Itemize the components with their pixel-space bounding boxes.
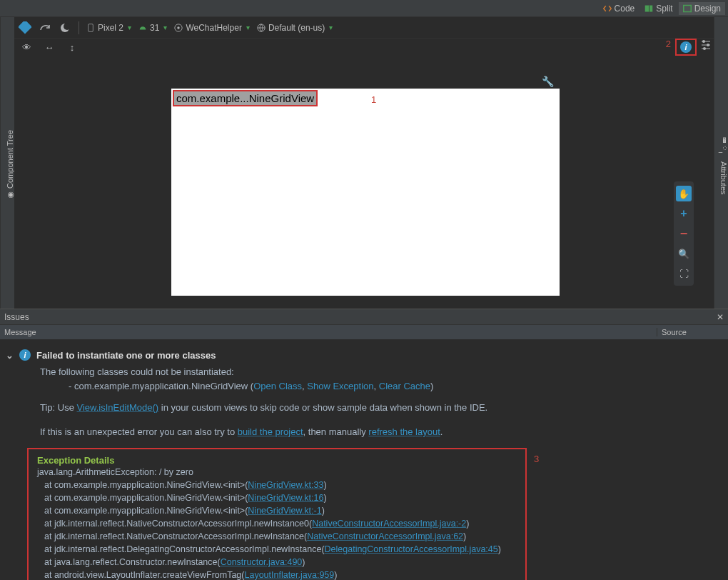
- exception-details: Exception Details java.lang.ArithmeticEx…: [27, 448, 527, 580]
- surface-icon[interactable]: [19, 21, 31, 34]
- zoom-toolbar: ✋ + − 🔍 ⛶: [674, 181, 694, 286]
- preview-component[interactable]: com.example...NineGridView: [173, 90, 318, 106]
- col-message[interactable]: Message: [0, 328, 657, 336]
- locale-selector[interactable]: Default (en-us) ▾: [257, 23, 333, 33]
- svg-point-8: [178, 26, 180, 29]
- pan-button[interactable]: ✋: [676, 186, 692, 201]
- nightmode-icon[interactable]: [59, 21, 71, 34]
- close-icon[interactable]: ✕: [717, 312, 724, 322]
- arrows-icon[interactable]: ↔: [43, 41, 56, 54]
- stack-link[interactable]: Constructor.java:490: [221, 557, 303, 567]
- exception-title: Exception Details: [37, 455, 517, 466]
- zoom-actual-button[interactable]: 🔍: [676, 246, 692, 261]
- refresh-layout-link[interactable]: refresh the layout: [368, 426, 440, 437]
- theme-label: WeChatHelper: [186, 23, 241, 33]
- chevron-down-icon: ▾: [163, 24, 167, 31]
- issue-class-prefix: - com.example.myapplication.NineGridView…: [69, 381, 253, 391]
- device-label: Pixel 2: [98, 23, 123, 33]
- zoom-out-button[interactable]: −: [676, 226, 692, 241]
- show-exception-link[interactable]: Show Exception: [307, 381, 373, 391]
- wrench-icon[interactable]: 🔧: [542, 76, 554, 87]
- preview-canvas[interactable]: 🔧: [171, 89, 560, 296]
- exception-message: java.lang.ArithmeticException: / by zero: [37, 466, 517, 479]
- orientation-icon[interactable]: [39, 21, 51, 34]
- component-tree-tab[interactable]: ◉ Component Tree: [5, 21, 14, 309]
- info-icon: i: [680, 41, 692, 53]
- issue-p1: The following classes could not be insta…: [40, 365, 722, 379]
- theme-icon: [174, 24, 183, 32]
- theme-selector[interactable]: WeChatHelper ▾: [174, 23, 249, 33]
- attributes-tab-label: Attributes: [719, 161, 728, 194]
- design-icon: [683, 4, 692, 13]
- stack-link[interactable]: LayoutInflater.java:959: [244, 570, 334, 580]
- mode-code-label: Code: [615, 4, 635, 14]
- phone-icon: [86, 24, 95, 32]
- marker-3: 3: [534, 454, 539, 464]
- close-paren: ): [430, 381, 433, 391]
- p3-pre: If this is an unexpected error you can a…: [40, 426, 238, 437]
- marker-1: 1: [371, 94, 376, 105]
- chevron-down-icon: ▾: [128, 24, 131, 31]
- mode-split[interactable]: Split: [640, 2, 677, 15]
- svg-rect-6: [89, 24, 93, 31]
- code-icon: [603, 4, 612, 13]
- period: .: [440, 426, 443, 437]
- issue-title: Failed to instantiate one or more classe…: [36, 350, 216, 361]
- android-icon: [138, 24, 147, 32]
- info-icon: i: [19, 349, 31, 361]
- clear-cache-link[interactable]: Clear Cache: [379, 381, 430, 391]
- left-side-tabs: Palette ◧ ◉ Component Tree: [0, 17, 14, 309]
- col-source[interactable]: Source: [657, 328, 728, 336]
- tip-post: in your custom views to skip code or sho…: [158, 402, 487, 413]
- zoom-fit-button[interactable]: ⛶: [676, 266, 692, 281]
- attributes-tab[interactable]: �៑ Attributes: [719, 21, 728, 309]
- mode-design-label: Design: [694, 4, 721, 14]
- stack-link[interactable]: NativeConstructorAccessorImpl.java:62: [307, 531, 463, 541]
- issues-panel: Issues ✕ Message Source ⌄ i Failed to in…: [0, 309, 728, 580]
- svg-point-11: [707, 44, 709, 46]
- svg-rect-3: [19, 21, 31, 34]
- mode-split-label: Split: [656, 4, 672, 14]
- svg-point-5: [64, 23, 71, 30]
- component-tree-label: Component Tree: [6, 130, 14, 189]
- stack-link[interactable]: NineGridView.kt:33: [248, 480, 323, 490]
- svg-point-12: [703, 47, 706, 50]
- design-surface: Pixel 2 ▾ 31 ▾ WeChatHelper ▾ Default (e…: [14, 17, 714, 309]
- right-side-tabs: �៑ Attributes: [714, 17, 728, 309]
- issues-columns: Message Source: [0, 325, 728, 339]
- isineditmode-link[interactable]: View.isInEditMode(): [77, 402, 159, 413]
- eye-icon[interactable]: 👁: [20, 41, 33, 54]
- device-selector[interactable]: Pixel 2 ▾: [86, 23, 131, 33]
- build-project-link[interactable]: build the project: [238, 426, 303, 437]
- stack-link[interactable]: NineGridView.kt:16: [248, 493, 323, 503]
- api-label: 31: [150, 23, 159, 33]
- issues-title: Issues: [4, 312, 29, 322]
- mode-code[interactable]: Code: [599, 2, 639, 15]
- p3-mid: , then manually: [303, 426, 369, 437]
- svg-rect-1: [649, 5, 649, 11]
- svg-point-10: [702, 40, 705, 43]
- stack-link[interactable]: NineGridView.kt:-1: [248, 506, 321, 516]
- globe-icon: [257, 24, 266, 32]
- design-toolbar: Pixel 2 ▾ 31 ▾ WeChatHelper ▾ Default (e…: [14, 17, 714, 39]
- marker-2: 2: [666, 39, 671, 49]
- warnings-button[interactable]: i: [675, 39, 697, 56]
- zoom-in-button[interactable]: +: [676, 206, 692, 221]
- chevron-down-icon[interactable]: ⌄: [6, 350, 14, 361]
- stack-link[interactable]: DelegatingConstructorAccessorImpl.java:4…: [325, 544, 498, 554]
- preview-component-label: com.example...NineGridView: [174, 91, 316, 105]
- separator: [79, 21, 79, 34]
- vertical-arrows-icon[interactable]: ↕: [66, 41, 79, 54]
- mode-design[interactable]: Design: [679, 2, 725, 15]
- view-options-icon[interactable]: [699, 39, 712, 51]
- locale-label: Default (en-us): [268, 23, 325, 33]
- open-class-link[interactable]: Open Class: [253, 381, 302, 391]
- svg-rect-2: [683, 5, 691, 11]
- split-icon: [644, 4, 653, 13]
- design-toolbar-2: 👁 ↔ ↕: [14, 39, 714, 56]
- tip-pre: Tip: Use: [40, 402, 77, 413]
- stack-link[interactable]: NativeConstructorAccessorImpl.java:-2: [312, 519, 466, 529]
- chevron-down-icon: ▾: [329, 24, 333, 31]
- api-selector[interactable]: 31 ▾: [138, 23, 167, 33]
- chevron-down-icon: ▾: [246, 24, 250, 31]
